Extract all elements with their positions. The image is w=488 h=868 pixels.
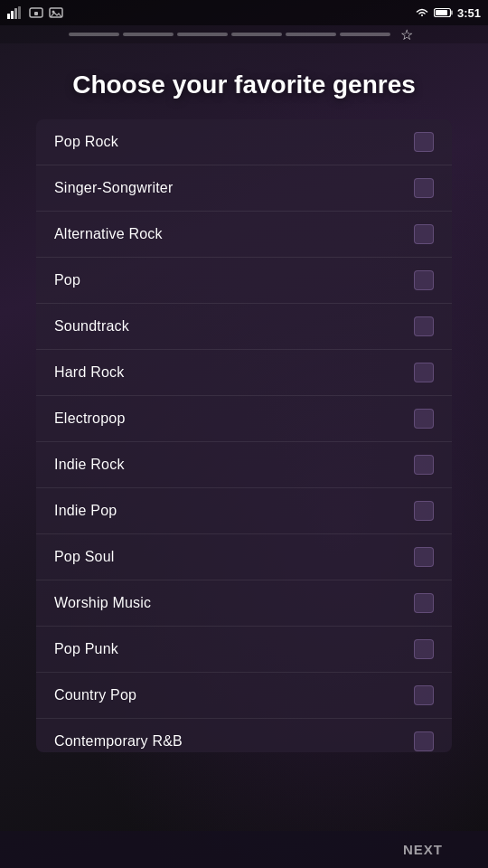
genre-item-worship-music[interactable]: Worship Music	[36, 580, 452, 627]
status-bar: 3:51	[0, 0, 488, 25]
genre-item-electropop[interactable]: Electropop	[36, 396, 452, 442]
genre-label-alternative-rock: Alternative Rock	[54, 226, 163, 242]
genre-checkbox-electropop[interactable]	[414, 409, 434, 429]
genre-checkbox-soundtrack[interactable]	[414, 316, 434, 336]
genre-checkbox-worship-music[interactable]	[414, 593, 434, 613]
genre-label-pop-soul: Pop Soul	[54, 549, 115, 565]
genre-item-singer-songwriter[interactable]: Singer-Songwriter	[36, 165, 452, 212]
genre-item-pop-rock[interactable]: Pop Rock	[36, 119, 452, 165]
genre-item-pop[interactable]: Pop	[36, 258, 452, 304]
genre-label-pop-rock: Pop Rock	[54, 134, 118, 150]
genre-label-country-pop: Country Pop	[54, 687, 136, 703]
genre-label-pop: Pop	[54, 272, 80, 288]
genre-checkbox-pop-rock[interactable]	[414, 132, 434, 152]
title-section: Choose your favorite genres	[0, 43, 488, 119]
genre-label-indie-rock: Indie Rock	[54, 457, 125, 473]
bottom-bar: NEXT	[0, 831, 488, 868]
genre-label-pop-punk: Pop Punk	[54, 641, 118, 657]
genre-item-alternative-rock[interactable]: Alternative Rock	[36, 212, 452, 258]
step-2	[123, 33, 174, 36]
notification-icon	[29, 6, 43, 19]
signal-icon	[7, 6, 23, 19]
genre-checkbox-singer-songwriter[interactable]	[414, 178, 434, 198]
genre-label-worship-music: Worship Music	[54, 595, 151, 611]
genre-item-hard-rock[interactable]: Hard Rock	[36, 350, 452, 396]
genre-checkbox-pop-punk[interactable]	[414, 639, 434, 659]
photo-icon	[49, 6, 63, 19]
genre-label-indie-pop: Indie Pop	[54, 503, 117, 519]
svg-rect-1	[11, 11, 14, 19]
genre-checkbox-hard-rock[interactable]	[414, 363, 434, 382]
step-6	[340, 33, 390, 36]
star-icon: ☆	[400, 26, 413, 43]
genre-label-soundtrack: Soundtrack	[54, 318, 129, 335]
status-left-icons	[7, 6, 63, 19]
wifi-icon	[414, 6, 430, 19]
battery-icon	[434, 7, 454, 18]
genre-item-soundtrack[interactable]: Soundtrack	[36, 304, 452, 350]
page-title: Choose your favorite genres	[36, 69, 452, 101]
genre-item-pop-soul[interactable]: Pop Soul	[36, 534, 452, 580]
genre-checkbox-pop[interactable]	[414, 270, 434, 290]
genre-checkbox-indie-pop[interactable]	[414, 501, 434, 521]
genre-item-indie-rock[interactable]: Indie Rock	[36, 442, 452, 488]
genre-checkbox-alternative-rock[interactable]	[414, 224, 434, 244]
step-3	[177, 33, 228, 36]
svg-rect-5	[34, 12, 38, 15]
svg-rect-10	[451, 11, 453, 15]
genre-checkbox-country-pop[interactable]	[414, 685, 434, 705]
next-button[interactable]: NEXT	[403, 842, 443, 857]
genre-label-hard-rock: Hard Rock	[54, 364, 124, 381]
status-time: 3:51	[457, 6, 481, 20]
step-4	[231, 33, 282, 36]
genre-item-country-pop[interactable]: Country Pop	[36, 673, 452, 719]
genre-item-indie-pop[interactable]: Indie Pop	[36, 488, 452, 534]
steps-bar: ☆	[0, 25, 488, 43]
status-right-icons: 3:51	[414, 6, 481, 20]
genre-item-contemporary-rnb[interactable]: Contemporary R&B	[36, 719, 452, 752]
genre-checkbox-pop-soul[interactable]	[414, 547, 434, 567]
genre-item-pop-punk[interactable]: Pop Punk	[36, 627, 452, 673]
step-1	[69, 33, 119, 36]
genre-checkbox-indie-rock[interactable]	[414, 455, 434, 475]
svg-rect-2	[14, 8, 17, 19]
svg-rect-9	[436, 10, 447, 15]
step-7-star: ☆	[394, 33, 419, 36]
genre-label-singer-songwriter: Singer-Songwriter	[54, 180, 173, 196]
genre-checkbox-contemporary-rnb[interactable]	[414, 731, 434, 751]
genre-label-contemporary-rnb: Contemporary R&B	[54, 733, 183, 750]
genre-label-electropop: Electropop	[54, 410, 126, 427]
genres-list: Pop RockSinger-SongwriterAlternative Roc…	[36, 119, 452, 752]
step-5	[286, 33, 336, 36]
svg-rect-0	[7, 14, 10, 19]
svg-rect-3	[18, 6, 21, 19]
